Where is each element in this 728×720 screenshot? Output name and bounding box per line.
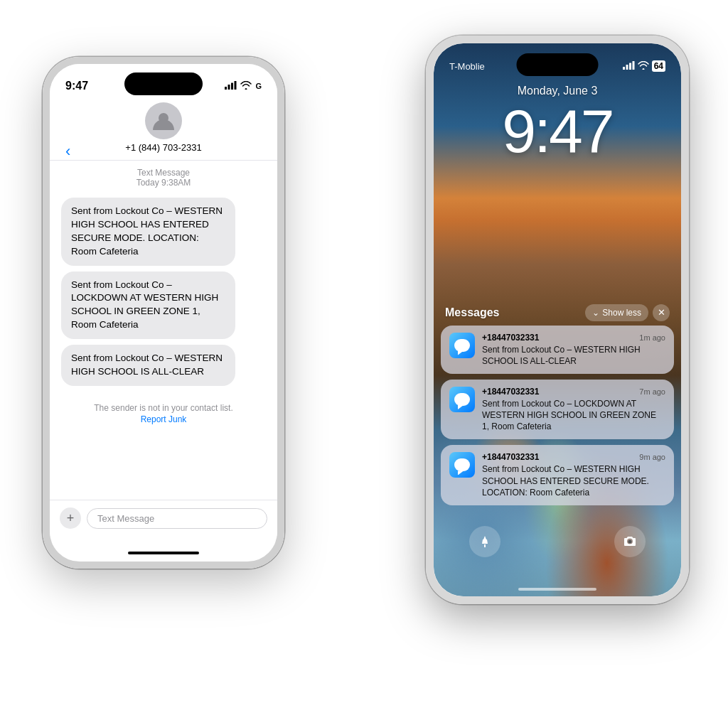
signal-icon <box>225 81 237 92</box>
status-icons-left: G <box>225 81 262 92</box>
svg-rect-8 <box>632 61 634 70</box>
contact-number[interactable]: +1 (844) 703-2331 <box>125 142 201 153</box>
battery-icon-left: G <box>255 82 262 90</box>
lockscreen-content: Monday, June 3 9:47 <box>434 79 681 161</box>
dynamic-island-right <box>517 53 599 76</box>
status-icons-right: 64 <box>623 60 665 72</box>
svg-rect-3 <box>235 81 237 90</box>
messages-app-icon-2 <box>449 387 475 412</box>
home-indicator-right <box>518 588 596 591</box>
home-indicator-left <box>128 552 199 554</box>
notif-text-1: Sent from Lockout Co – WESTERN HIGH SCHO… <box>482 344 665 367</box>
messages-bubble-icon-1 <box>454 339 470 352</box>
back-button[interactable]: ‹ <box>65 142 70 161</box>
chevron-down-icon: ⌄ <box>592 308 599 318</box>
svg-rect-5 <box>623 67 625 70</box>
notif-text-3: Sent from Lockout Co – WESTERN HIGH SCHO… <box>482 463 665 498</box>
wifi-icon-right <box>638 61 649 72</box>
message-label: Text Message Today 9:38AM <box>50 161 277 192</box>
notifications-title: Messages <box>445 306 500 319</box>
messages-app-icon-1 <box>449 333 475 358</box>
messages-bubble-icon-3 <box>454 458 470 471</box>
notification-item-3[interactable]: +18447032331 9m ago Sent from Lockout Co… <box>441 445 674 505</box>
notification-body-3: +18447032331 9m ago Sent from Lockout Co… <box>482 452 665 498</box>
notification-body-1: +18447032331 1m ago Sent from Lockout Co… <box>482 333 665 367</box>
status-time-left: 9:47 <box>65 80 88 92</box>
svg-point-9 <box>628 540 632 544</box>
flashlight-button[interactable] <box>469 526 500 557</box>
notif-time-3: 9m ago <box>639 453 665 461</box>
dynamic-island-left <box>124 72 203 95</box>
message-input[interactable]: Text Message <box>87 508 267 529</box>
message-bubble-2: Sent from Lockout Co – LOCKDOWN AT WESTE… <box>61 272 235 340</box>
lockscreen-bottom <box>434 526 681 557</box>
lock-time: 9:47 <box>434 100 681 161</box>
notif-time-2: 7m ago <box>639 387 665 396</box>
signal-icon-right <box>623 61 635 72</box>
battery-level-right: 64 <box>652 60 665 72</box>
scene: 9:47 G ‹ +1 (84 <box>0 0 728 720</box>
svg-rect-1 <box>228 85 230 90</box>
add-attachment-button[interactable]: + <box>60 507 81 529</box>
notif-sender-3: +18447032331 <box>482 452 539 462</box>
messages-bubble-icon-2 <box>454 393 470 406</box>
input-bar: + Text Message <box>50 500 277 536</box>
notif-sender-2: +18447032331 <box>482 387 539 397</box>
notif-text-2: Sent from Lockout Co – LOCKDOWN AT WESTE… <box>482 398 665 433</box>
notification-item-2[interactable]: +18447032331 7m ago Sent from Lockout Co… <box>441 380 674 440</box>
phone-left: 9:47 G ‹ +1 (84 <box>43 57 284 569</box>
notification-item-1[interactable]: +18447032331 1m ago Sent from Lockout Co… <box>441 326 674 374</box>
message-bubble-3: Sent from Lockout Co – WESTERN HIGH SCHO… <box>61 345 235 386</box>
phone-right: T-Moblie 64 Monday, June 3 9:47 Messages <box>426 36 689 604</box>
sender-notice: The sender is not in your contact list. <box>50 397 277 414</box>
notifications-header: Messages ⌄ Show less ✕ <box>441 304 674 326</box>
report-junk-link[interactable]: Report Junk <box>50 414 277 430</box>
svg-rect-7 <box>629 63 631 70</box>
messages-list: Sent from Lockout Co – WESTERN HIGH SCHO… <box>50 192 277 397</box>
message-bubble-1: Sent from Lockout Co – WESTERN HIGH SCHO… <box>61 198 235 266</box>
svg-rect-6 <box>626 65 628 70</box>
notif-time-1: 1m ago <box>639 333 665 342</box>
messages-app-icon-3 <box>449 452 475 478</box>
notification-body-2: +18447032331 7m ago Sent from Lockout Co… <box>482 387 665 433</box>
wifi-icon <box>240 81 252 92</box>
notifications-area: Messages ⌄ Show less ✕ +18447032331 <box>441 304 674 512</box>
contact-avatar <box>145 102 182 139</box>
svg-rect-2 <box>231 82 233 90</box>
show-less-button[interactable]: ⌄ Show less <box>585 304 648 321</box>
notif-controls: ⌄ Show less ✕ <box>585 304 670 321</box>
close-notifications-button[interactable]: ✕ <box>653 304 670 321</box>
lock-date: Monday, June 3 <box>434 85 681 97</box>
notif-sender-1: +18447032331 <box>482 333 539 343</box>
carrier-label: T-Moblie <box>449 61 485 72</box>
svg-rect-0 <box>225 87 227 90</box>
camera-button[interactable] <box>614 526 646 557</box>
